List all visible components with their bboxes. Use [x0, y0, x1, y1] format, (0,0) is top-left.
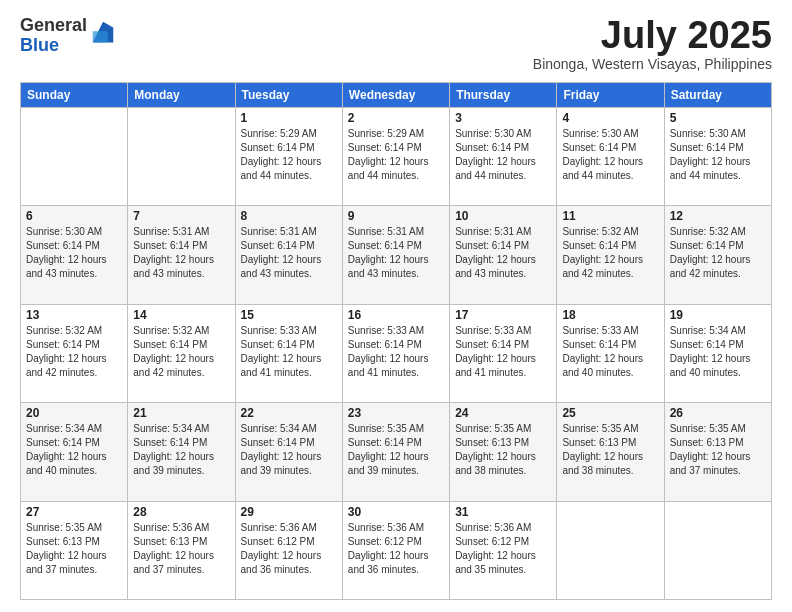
day-info: Sunrise: 5:36 AM Sunset: 6:13 PM Dayligh… [133, 521, 229, 577]
day-info: Sunrise: 5:36 AM Sunset: 6:12 PM Dayligh… [455, 521, 551, 577]
calendar-cell: 14Sunrise: 5:32 AM Sunset: 6:14 PM Dayli… [128, 304, 235, 402]
day-info: Sunrise: 5:33 AM Sunset: 6:14 PM Dayligh… [348, 324, 444, 380]
calendar-cell: 8Sunrise: 5:31 AM Sunset: 6:14 PM Daylig… [235, 206, 342, 304]
calendar-cell: 15Sunrise: 5:33 AM Sunset: 6:14 PM Dayli… [235, 304, 342, 402]
day-number: 23 [348, 406, 444, 420]
calendar-week-row: 6Sunrise: 5:30 AM Sunset: 6:14 PM Daylig… [21, 206, 772, 304]
day-number: 22 [241, 406, 337, 420]
calendar-cell: 11Sunrise: 5:32 AM Sunset: 6:14 PM Dayli… [557, 206, 664, 304]
calendar-cell: 24Sunrise: 5:35 AM Sunset: 6:13 PM Dayli… [450, 403, 557, 501]
calendar-day-header: Thursday [450, 83, 557, 108]
day-info: Sunrise: 5:29 AM Sunset: 6:14 PM Dayligh… [241, 127, 337, 183]
calendar-cell: 7Sunrise: 5:31 AM Sunset: 6:14 PM Daylig… [128, 206, 235, 304]
calendar-day-header: Tuesday [235, 83, 342, 108]
day-number: 21 [133, 406, 229, 420]
day-number: 24 [455, 406, 551, 420]
day-number: 25 [562, 406, 658, 420]
calendar-cell: 13Sunrise: 5:32 AM Sunset: 6:14 PM Dayli… [21, 304, 128, 402]
day-number: 13 [26, 308, 122, 322]
logo-icon [89, 20, 117, 48]
calendar-cell: 26Sunrise: 5:35 AM Sunset: 6:13 PM Dayli… [664, 403, 771, 501]
day-info: Sunrise: 5:34 AM Sunset: 6:14 PM Dayligh… [670, 324, 766, 380]
calendar-cell: 18Sunrise: 5:33 AM Sunset: 6:14 PM Dayli… [557, 304, 664, 402]
day-info: Sunrise: 5:35 AM Sunset: 6:13 PM Dayligh… [670, 422, 766, 478]
day-number: 27 [26, 505, 122, 519]
calendar-day-header: Saturday [664, 83, 771, 108]
day-info: Sunrise: 5:35 AM Sunset: 6:13 PM Dayligh… [26, 521, 122, 577]
calendar-cell: 5Sunrise: 5:30 AM Sunset: 6:14 PM Daylig… [664, 108, 771, 206]
calendar-cell: 20Sunrise: 5:34 AM Sunset: 6:14 PM Dayli… [21, 403, 128, 501]
day-number: 9 [348, 209, 444, 223]
day-number: 16 [348, 308, 444, 322]
calendar-day-header: Sunday [21, 83, 128, 108]
day-number: 19 [670, 308, 766, 322]
day-info: Sunrise: 5:34 AM Sunset: 6:14 PM Dayligh… [241, 422, 337, 478]
calendar-cell: 10Sunrise: 5:31 AM Sunset: 6:14 PM Dayli… [450, 206, 557, 304]
calendar-cell: 25Sunrise: 5:35 AM Sunset: 6:13 PM Dayli… [557, 403, 664, 501]
calendar-cell: 3Sunrise: 5:30 AM Sunset: 6:14 PM Daylig… [450, 108, 557, 206]
calendar-week-row: 20Sunrise: 5:34 AM Sunset: 6:14 PM Dayli… [21, 403, 772, 501]
calendar-cell: 30Sunrise: 5:36 AM Sunset: 6:12 PM Dayli… [342, 501, 449, 599]
page: General Blue July 2025 Binonga, Western … [0, 0, 792, 612]
calendar-cell [664, 501, 771, 599]
calendar-week-row: 1Sunrise: 5:29 AM Sunset: 6:14 PM Daylig… [21, 108, 772, 206]
day-info: Sunrise: 5:35 AM Sunset: 6:14 PM Dayligh… [348, 422, 444, 478]
logo-text: General Blue [20, 16, 87, 56]
calendar-cell [21, 108, 128, 206]
day-number: 2 [348, 111, 444, 125]
day-info: Sunrise: 5:30 AM Sunset: 6:14 PM Dayligh… [562, 127, 658, 183]
header: General Blue July 2025 Binonga, Western … [20, 16, 772, 72]
day-info: Sunrise: 5:36 AM Sunset: 6:12 PM Dayligh… [241, 521, 337, 577]
day-number: 30 [348, 505, 444, 519]
day-info: Sunrise: 5:30 AM Sunset: 6:14 PM Dayligh… [26, 225, 122, 281]
day-number: 11 [562, 209, 658, 223]
day-number: 18 [562, 308, 658, 322]
day-info: Sunrise: 5:32 AM Sunset: 6:14 PM Dayligh… [670, 225, 766, 281]
day-number: 14 [133, 308, 229, 322]
calendar-cell: 31Sunrise: 5:36 AM Sunset: 6:12 PM Dayli… [450, 501, 557, 599]
calendar-cell: 17Sunrise: 5:33 AM Sunset: 6:14 PM Dayli… [450, 304, 557, 402]
day-info: Sunrise: 5:34 AM Sunset: 6:14 PM Dayligh… [26, 422, 122, 478]
calendar-week-row: 27Sunrise: 5:35 AM Sunset: 6:13 PM Dayli… [21, 501, 772, 599]
calendar-cell: 22Sunrise: 5:34 AM Sunset: 6:14 PM Dayli… [235, 403, 342, 501]
calendar-cell: 9Sunrise: 5:31 AM Sunset: 6:14 PM Daylig… [342, 206, 449, 304]
calendar-cell: 4Sunrise: 5:30 AM Sunset: 6:14 PM Daylig… [557, 108, 664, 206]
calendar-cell: 1Sunrise: 5:29 AM Sunset: 6:14 PM Daylig… [235, 108, 342, 206]
day-info: Sunrise: 5:30 AM Sunset: 6:14 PM Dayligh… [670, 127, 766, 183]
day-number: 20 [26, 406, 122, 420]
day-number: 28 [133, 505, 229, 519]
day-info: Sunrise: 5:32 AM Sunset: 6:14 PM Dayligh… [562, 225, 658, 281]
logo: General Blue [20, 16, 117, 56]
day-info: Sunrise: 5:33 AM Sunset: 6:14 PM Dayligh… [562, 324, 658, 380]
month-title: July 2025 [533, 16, 772, 54]
day-info: Sunrise: 5:29 AM Sunset: 6:14 PM Dayligh… [348, 127, 444, 183]
day-number: 7 [133, 209, 229, 223]
day-number: 8 [241, 209, 337, 223]
day-info: Sunrise: 5:36 AM Sunset: 6:12 PM Dayligh… [348, 521, 444, 577]
day-info: Sunrise: 5:31 AM Sunset: 6:14 PM Dayligh… [348, 225, 444, 281]
day-number: 5 [670, 111, 766, 125]
calendar-table: SundayMondayTuesdayWednesdayThursdayFrid… [20, 82, 772, 600]
day-number: 29 [241, 505, 337, 519]
day-info: Sunrise: 5:31 AM Sunset: 6:14 PM Dayligh… [241, 225, 337, 281]
calendar-cell: 12Sunrise: 5:32 AM Sunset: 6:14 PM Dayli… [664, 206, 771, 304]
svg-marker-1 [93, 31, 108, 42]
calendar-cell: 29Sunrise: 5:36 AM Sunset: 6:12 PM Dayli… [235, 501, 342, 599]
day-number: 17 [455, 308, 551, 322]
day-info: Sunrise: 5:33 AM Sunset: 6:14 PM Dayligh… [241, 324, 337, 380]
calendar-cell: 6Sunrise: 5:30 AM Sunset: 6:14 PM Daylig… [21, 206, 128, 304]
day-info: Sunrise: 5:31 AM Sunset: 6:14 PM Dayligh… [455, 225, 551, 281]
calendar-cell: 27Sunrise: 5:35 AM Sunset: 6:13 PM Dayli… [21, 501, 128, 599]
calendar-cell: 16Sunrise: 5:33 AM Sunset: 6:14 PM Dayli… [342, 304, 449, 402]
day-number: 6 [26, 209, 122, 223]
calendar-cell: 28Sunrise: 5:36 AM Sunset: 6:13 PM Dayli… [128, 501, 235, 599]
day-number: 3 [455, 111, 551, 125]
day-number: 31 [455, 505, 551, 519]
logo-general: General [20, 16, 87, 36]
day-info: Sunrise: 5:34 AM Sunset: 6:14 PM Dayligh… [133, 422, 229, 478]
title-block: July 2025 Binonga, Western Visayas, Phil… [533, 16, 772, 72]
day-info: Sunrise: 5:35 AM Sunset: 6:13 PM Dayligh… [562, 422, 658, 478]
day-number: 15 [241, 308, 337, 322]
day-info: Sunrise: 5:30 AM Sunset: 6:14 PM Dayligh… [455, 127, 551, 183]
day-number: 26 [670, 406, 766, 420]
